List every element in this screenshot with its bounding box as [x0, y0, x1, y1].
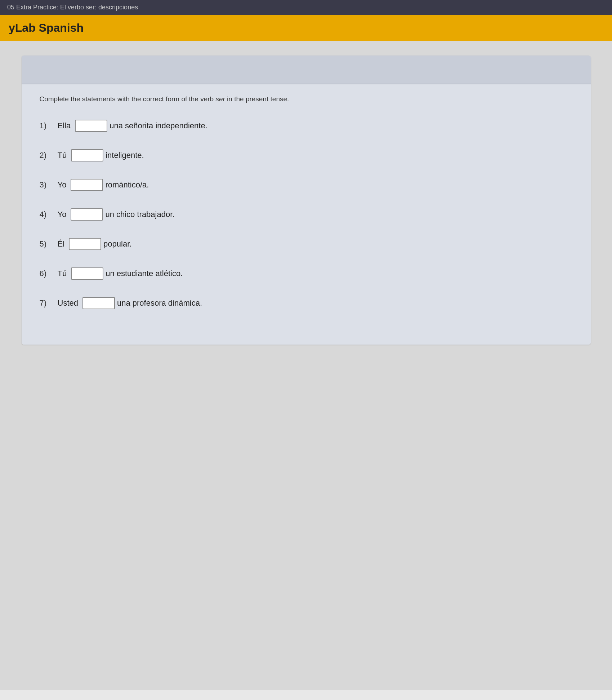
question-number-7: 7) [40, 298, 58, 308]
answer-input-4[interactable] [71, 208, 103, 221]
question-text-5: popular. [103, 239, 131, 249]
question-item-5: 5) Él popular. [40, 238, 573, 250]
question-text-2: inteligente. [106, 151, 144, 160]
question-number-4: 4) [40, 210, 58, 219]
card-body: Complete the statements with the correct… [22, 84, 591, 345]
header-title: yLab Spanish [9, 21, 84, 34]
question-subject-1: Ella [58, 121, 71, 130]
answer-input-1[interactable] [75, 120, 107, 132]
question-item-2: 2) Tú inteligente. [40, 149, 573, 161]
card-header [22, 56, 591, 84]
exercise-card: Complete the statements with the correct… [22, 56, 591, 345]
question-text-6: un estudiante atlético. [106, 269, 183, 278]
question-subject-6: Tú [58, 269, 67, 278]
question-subject-3: Yo [58, 180, 67, 190]
question-text-7: una profesora dinámica. [117, 298, 202, 308]
question-subject-4: Yo [58, 210, 67, 219]
answer-input-7[interactable] [82, 297, 115, 309]
question-item-6: 6) Tú un estudiante atlético. [40, 267, 573, 280]
question-subject-7: Usted [58, 298, 78, 308]
question-item-4: 4) Yo un chico trabajador. [40, 208, 573, 221]
instruction: Complete the statements with the correct… [40, 95, 573, 107]
top-bar-title: 05 Extra Practice: El verbo ser: descrip… [7, 4, 138, 11]
question-number-2: 2) [40, 151, 58, 160]
question-number-5: 5) [40, 239, 58, 249]
question-text-3: romántico/a. [105, 180, 149, 190]
question-number-1: 1) [40, 121, 58, 130]
question-subject-2: Tú [58, 151, 67, 160]
question-text-1: una señorita independiente. [110, 121, 207, 130]
question-item-3: 3) Yo romántico/a. [40, 179, 573, 191]
instruction-text: Complete the statements with the correct… [40, 95, 289, 103]
answer-input-5[interactable] [69, 238, 101, 250]
question-text-4: un chico trabajador. [105, 210, 174, 219]
main-content: Complete the statements with the correct… [0, 41, 612, 690]
question-number-3: 3) [40, 180, 58, 190]
question-item-7: 7) Usted una profesora dinámica. [40, 297, 573, 309]
question-number-6: 6) [40, 269, 58, 278]
question-item-1: 1) Ella una señorita independiente. [40, 120, 573, 132]
question-subject-5: Él [58, 239, 65, 249]
answer-input-2[interactable] [71, 149, 103, 161]
header-bar: yLab Spanish [0, 15, 612, 41]
top-bar: 05 Extra Practice: El verbo ser: descrip… [0, 0, 612, 15]
answer-input-3[interactable] [71, 179, 103, 191]
answer-input-6[interactable] [71, 267, 103, 280]
